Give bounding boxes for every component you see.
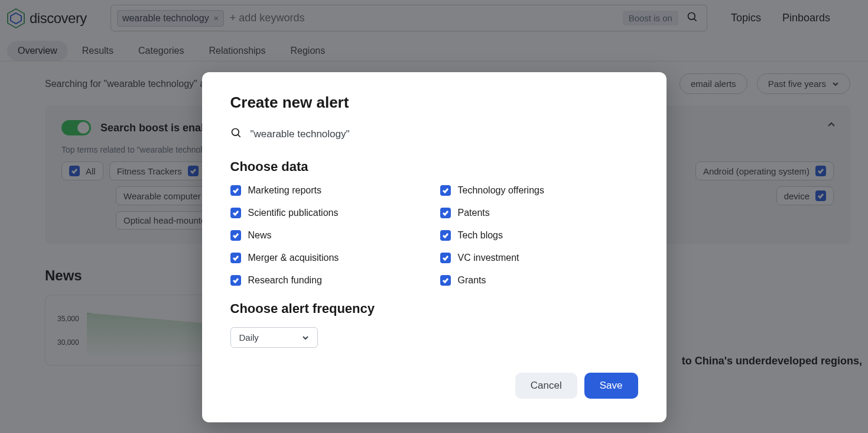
checkbox-label: News	[248, 230, 272, 241]
checkbox-technology-offerings[interactable]: Technology offerings	[440, 185, 638, 196]
save-button[interactable]: Save	[584, 373, 638, 399]
checkbox-label: Marketing reports	[248, 185, 322, 196]
checkbox-tech-blogs[interactable]: Tech blogs	[440, 230, 638, 241]
checked-icon	[230, 275, 241, 286]
svg-line-5	[238, 135, 240, 137]
checked-icon	[440, 185, 451, 196]
checkbox-marketing-reports[interactable]: Marketing reports	[230, 185, 428, 196]
checkbox-label: Grants	[458, 275, 486, 286]
checkbox-scientific-publications[interactable]: Scientific publications	[230, 208, 428, 218]
checkbox-vc-investment[interactable]: VC investment	[440, 253, 638, 263]
checked-icon	[230, 253, 241, 263]
modal-overlay[interactable]: Create new alert "wearable technology" C…	[0, 0, 868, 433]
checkbox-label: Research funding	[248, 275, 322, 286]
checked-icon	[230, 185, 241, 196]
create-alert-modal: Create new alert "wearable technology" C…	[202, 72, 667, 422]
checkbox-news[interactable]: News	[230, 230, 428, 241]
checkbox-label: Scientific publications	[248, 208, 339, 218]
checkbox-label: Patents	[458, 208, 490, 218]
alert-query-text: "wearable technology"	[251, 128, 350, 140]
checked-icon	[440, 253, 451, 263]
svg-point-4	[232, 129, 239, 136]
checkbox-patents[interactable]: Patents	[440, 208, 638, 218]
checkbox-label: Technology offerings	[458, 185, 544, 196]
modal-title: Create new alert	[230, 93, 638, 112]
cancel-button[interactable]: Cancel	[515, 373, 577, 399]
checked-icon	[440, 275, 451, 286]
section-choose-data: Choose data	[230, 159, 638, 175]
frequency-value: Daily	[239, 332, 259, 342]
checkbox-label: Tech blogs	[458, 230, 503, 241]
checked-icon	[230, 208, 241, 218]
checkbox-merger-acquisitions[interactable]: Merger & acquisitions	[230, 253, 428, 263]
section-choose-frequency: Choose alert frequency	[230, 301, 638, 316]
checkbox-label: Merger & acquisitions	[248, 253, 339, 263]
checked-icon	[230, 230, 241, 241]
checked-icon	[440, 230, 451, 241]
checkbox-research-funding[interactable]: Research funding	[230, 275, 428, 286]
magnifier-icon	[230, 127, 242, 141]
chevron-down-icon	[302, 334, 309, 341]
checkbox-label: VC investment	[458, 253, 519, 263]
checkbox-grants[interactable]: Grants	[440, 275, 638, 286]
checked-icon	[440, 208, 451, 218]
frequency-select[interactable]: Daily	[230, 327, 318, 348]
